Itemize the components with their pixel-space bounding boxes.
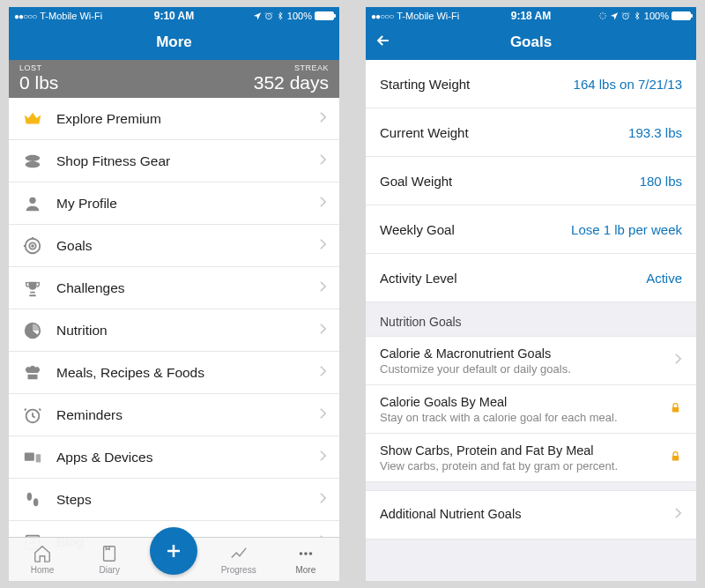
alarm-status-icon (264, 11, 273, 20)
more-row-target[interactable]: Goals (9, 225, 339, 267)
more-row-ua[interactable]: Shop Fitness Gear (9, 140, 339, 182)
more-row-steps[interactable]: Steps (9, 479, 339, 521)
more-row-label: Meals, Recipes & Foods (56, 365, 319, 381)
lock-icon (669, 401, 682, 418)
svg-point-8 (27, 492, 32, 500)
svg-rect-16 (672, 406, 679, 412)
tab-add-button[interactable] (150, 527, 197, 575)
chevron-right-icon (319, 407, 327, 423)
alarm-icon (21, 406, 44, 425)
chevron-right-icon (319, 323, 327, 339)
trophy-icon (21, 279, 44, 298)
additional-nutrient-label: Additional Nutrient Goals (380, 507, 674, 521)
alarm-status-icon (621, 11, 630, 20)
goal-row[interactable]: Goal Weight180 lbs (366, 157, 696, 205)
nutrition-subtitle: Customize your default or daily goals. (380, 362, 674, 376)
additional-nutrient-goals-row[interactable]: Additional Nutrient Goals (366, 491, 696, 540)
progress-icon (228, 544, 249, 563)
diary-icon (99, 544, 120, 563)
svg-rect-6 (25, 452, 34, 460)
battery-icon (672, 11, 691, 20)
goals-screen: ●●○○○ T-Mobile Wi-Fi 9:18 AM 100% Goals … (366, 7, 696, 581)
more-row-pie[interactable]: Nutrition (9, 309, 339, 352)
chevron-right-icon (319, 196, 327, 212)
status-bar: ●●○○○ T-Mobile Wi-Fi 9:18 AM 100% (366, 7, 696, 25)
chevron-right-icon (674, 353, 682, 368)
chevron-right-icon (319, 492, 327, 508)
svg-rect-7 (36, 454, 41, 462)
svg-point-9 (33, 498, 38, 506)
chevron-right-icon (319, 365, 327, 381)
more-row-label: Goals (56, 238, 319, 254)
more-row-crown[interactable]: Explore Premium (9, 98, 339, 140)
goal-value: 193.3 lbs (628, 125, 682, 140)
status-time: 9:18 AM (511, 10, 552, 22)
more-row-devices[interactable]: Apps & Devices (9, 436, 339, 479)
back-button[interactable] (375, 32, 392, 53)
carrier-label: T-Mobile Wi-Fi (40, 11, 102, 21)
nav-bar: Goals (366, 25, 696, 60)
goal-row[interactable]: Weekly GoalLose 1 lb per week (366, 205, 696, 254)
signal-dots-icon: ●●○○○ (14, 11, 36, 21)
lost-label: LOST (19, 63, 58, 72)
tab-diary[interactable]: Diary (83, 544, 136, 575)
svg-point-12 (300, 552, 303, 555)
more-row-label: Apps & Devices (56, 450, 319, 465)
tab-bar: Home Diary Progress More (9, 537, 339, 581)
separator (366, 482, 696, 491)
nutrition-subtitle: Stay on track with a calorie goal for ea… (380, 411, 662, 424)
nutrition-row[interactable]: Calorie & Macronutrient GoalsCustomize y… (366, 337, 696, 385)
nutrition-title: Calorie & Macronutrient Goals (380, 346, 674, 361)
goal-value: Lose 1 lb per week (571, 222, 682, 237)
battery-icon (315, 11, 334, 20)
tab-more[interactable]: More (279, 544, 332, 575)
goal-row[interactable]: Current Weight193.3 lbs (366, 108, 696, 157)
nutrition-goals-header: Nutrition Goals (366, 302, 696, 337)
more-row-trophy[interactable]: Challenges (9, 267, 339, 309)
goal-label: Goal Weight (380, 174, 452, 189)
goals-list[interactable]: Starting Weight164 lbs on 7/21/13Current… (366, 60, 696, 581)
goal-row[interactable]: Starting Weight164 lbs on 7/21/13 (366, 60, 696, 108)
goal-label: Current Weight (380, 125, 469, 140)
chevron-right-icon (319, 450, 327, 465)
more-row-chef[interactable]: Meals, Recipes & Foods (9, 352, 339, 394)
nutrition-title: Show Carbs, Protein and Fat By Meal (380, 443, 662, 458)
tab-progress[interactable]: Progress (212, 544, 265, 575)
streak-label: STREAK (294, 63, 329, 72)
battery-percent: 100% (287, 11, 312, 21)
chevron-right-icon (319, 280, 327, 296)
goal-value: 164 lbs on 7/21/13 (574, 77, 682, 92)
nav-bar: More (9, 25, 339, 60)
streak-value: 352 days (254, 72, 329, 93)
home-icon (32, 544, 53, 563)
svg-point-4 (32, 245, 33, 247)
more-screen: ●●○○○ T-Mobile Wi-Fi 9:10 AM 100% More L… (9, 7, 339, 581)
more-row-alarm[interactable]: Reminders (9, 394, 339, 436)
location-icon (610, 11, 619, 20)
more-row-label: Reminders (56, 407, 319, 423)
goal-value: 180 lbs (640, 174, 682, 189)
bluetooth-icon (633, 11, 642, 20)
goal-label: Weekly Goal (380, 222, 455, 237)
summary-bar: LOST 0 lbs STREAK 352 days (9, 60, 339, 98)
more-row-label: Steps (56, 492, 319, 508)
goal-value: Active (646, 271, 682, 286)
steps-icon (21, 490, 44, 510)
nutrition-row[interactable]: Show Carbs, Protein and Fat By MealView … (366, 434, 696, 482)
signal-dots-icon: ●●○○○ (371, 11, 393, 21)
more-row-profile[interactable]: My Profile (9, 182, 339, 225)
tab-progress-label: Progress (221, 565, 256, 575)
plus-icon (163, 540, 184, 562)
tab-home-label: Home (31, 565, 55, 575)
more-row-label: Nutrition (56, 323, 319, 339)
nutrition-row[interactable]: Calorie Goals By MealStay on track with … (366, 385, 696, 434)
status-bar: ●●○○○ T-Mobile Wi-Fi 9:10 AM 100% (9, 7, 339, 25)
more-row-label: Challenges (56, 280, 319, 296)
goal-row[interactable]: Activity LevelActive (366, 254, 696, 302)
tab-home[interactable]: Home (16, 544, 69, 575)
crown-icon (21, 109, 44, 129)
more-list[interactable]: Explore PremiumShop Fitness GearMy Profi… (9, 98, 339, 581)
nav-title: More (156, 33, 192, 51)
chevron-right-icon (319, 111, 327, 127)
more-row-label: Explore Premium (56, 111, 319, 127)
